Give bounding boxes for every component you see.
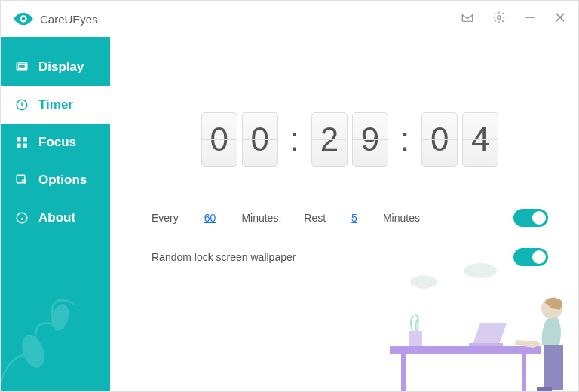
eye-logo-icon — [13, 8, 34, 29]
sidebar-item-label: About — [38, 210, 75, 225]
minimize-button[interactable] — [524, 11, 536, 26]
sidebar-item-label: Timer — [38, 97, 73, 112]
svg-point-24 — [541, 298, 562, 319]
svg-rect-11 — [17, 144, 20, 148]
desk-illustration — [382, 256, 578, 391]
svg-rect-23 — [409, 331, 422, 346]
interval-prefix: Every — [152, 212, 179, 224]
interval-toggle[interactable] — [513, 209, 548, 227]
svg-rect-7 — [19, 64, 26, 68]
info-icon — [14, 210, 29, 225]
sidebar-item-timer[interactable]: Timer — [1, 86, 110, 124]
minutes-digit-1: 2 — [311, 112, 348, 167]
sidebar-decoration — [1, 256, 110, 391]
colon-2: : — [400, 123, 409, 156]
mail-icon[interactable] — [461, 11, 474, 27]
svg-point-28 — [410, 275, 437, 289]
grid-icon — [14, 135, 29, 150]
svg-rect-26 — [544, 371, 563, 390]
svg-rect-9 — [17, 137, 20, 141]
timer-display: 0 0 : 2 9 : 0 4 — [152, 112, 548, 167]
close-button[interactable] — [554, 11, 566, 26]
svg-point-17 — [18, 332, 49, 371]
hours-digit-2: 0 — [242, 112, 278, 167]
svg-point-2 — [498, 16, 501, 20]
sidebar-item-label: Focus — [38, 135, 76, 150]
sidebar-item-display[interactable]: Display — [1, 48, 110, 86]
titlebar-left: CareUEyes — [13, 8, 98, 29]
minutes-group: 2 9 — [311, 112, 388, 167]
svg-point-18 — [49, 302, 72, 332]
titlebar-right — [461, 11, 566, 27]
sidebar-item-focus[interactable]: Focus — [1, 124, 110, 161]
svg-rect-20 — [401, 354, 406, 391]
svg-rect-12 — [23, 144, 27, 148]
minutes-digit-2: 9 — [352, 112, 388, 167]
interval-mid1: Minutes, — [241, 212, 281, 224]
sidebar-item-label: Display — [38, 60, 84, 75]
svg-rect-25 — [544, 345, 563, 371]
interval-suffix: Minutes — [383, 212, 420, 224]
sidebar: Display Timer Focus Options — [1, 37, 110, 391]
settings-list: Every 60 Minutes, Rest 5 Minutes Random … — [152, 209, 548, 266]
hours-group: 0 0 — [201, 112, 278, 167]
seconds-digit-1: 0 — [421, 112, 458, 167]
svg-rect-21 — [522, 354, 526, 391]
sidebar-item-options[interactable]: Options — [1, 161, 110, 199]
app-window: CareUEyes Display — [0, 0, 579, 392]
app-title: CareUEyes — [40, 13, 98, 26]
interval-rest-label: Rest — [304, 212, 326, 224]
svg-rect-27 — [537, 387, 552, 391]
svg-rect-22 — [469, 343, 503, 346]
wallpaper-toggle[interactable] — [513, 248, 548, 266]
body-area: Display Timer Focus Options — [1, 37, 578, 391]
interval-setting-row: Every 60 Minutes, Rest 5 Minutes — [152, 209, 548, 227]
svg-rect-10 — [23, 137, 27, 141]
sidebar-item-label: Options — [38, 173, 87, 188]
wallpaper-setting-row: Random lock screen wallpaper — [152, 248, 548, 266]
monitor-icon — [14, 60, 29, 75]
clock-icon — [14, 97, 29, 112]
seconds-digit-2: 4 — [462, 112, 498, 167]
svg-rect-19 — [390, 346, 541, 354]
svg-rect-1 — [462, 14, 473, 22]
rest-minutes-value[interactable]: 5 — [351, 212, 357, 224]
main-panel: 0 0 : 2 9 : 0 4 Every — [110, 37, 578, 391]
gear-icon[interactable] — [492, 11, 506, 27]
work-minutes-value[interactable]: 60 — [204, 212, 216, 224]
titlebar: CareUEyes — [1, 1, 578, 37]
svg-point-0 — [22, 17, 26, 21]
seconds-group: 0 4 — [421, 112, 498, 167]
wallpaper-label: Random lock screen wallpaper — [152, 251, 296, 263]
cursor-icon — [14, 173, 29, 188]
sidebar-item-about[interactable]: About — [1, 199, 110, 237]
colon-1: : — [290, 123, 299, 156]
hours-digit-1: 0 — [201, 112, 237, 167]
